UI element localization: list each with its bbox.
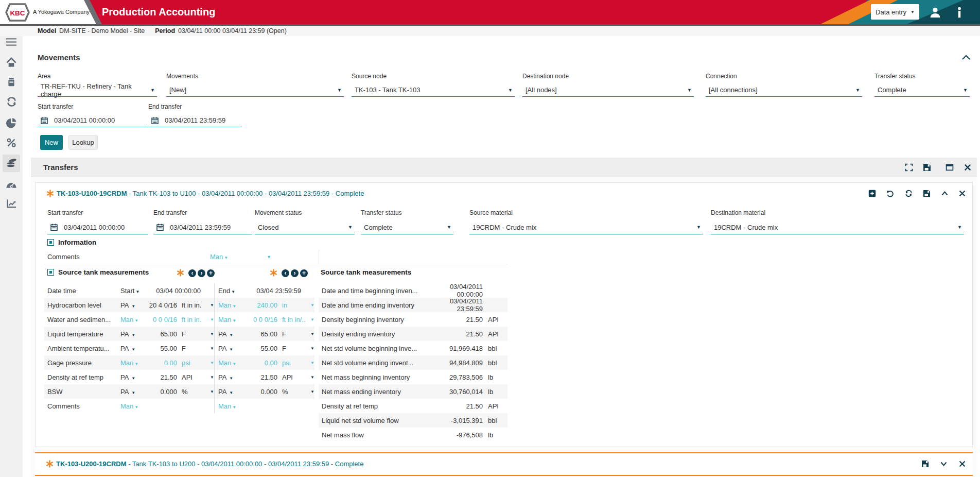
expand-record-icon[interactable] [940,460,948,468]
cell-value[interactable]: 0.00 [243,359,277,367]
dropdown-arrow-icon[interactable]: ▼ [267,254,271,260]
source-selector[interactable]: PA ▼ [218,330,243,338]
cell-value[interactable]: 0.00 [145,359,177,367]
source-selector[interactable]: Man▼ [120,359,145,367]
source-selector[interactable]: PA ▼ [120,345,145,352]
source-selector[interactable]: Man▼ [218,402,243,410]
cell-value[interactable]: 03/04 00:00:00 [145,287,201,295]
area-select[interactable]: TR-REF-TKU - Refinery - Tank charge ▼ [38,83,157,97]
source-selector[interactable]: PA ▼ [120,388,145,396]
close-icon[interactable] [964,163,972,172]
cell-value[interactable]: 20 4 0/16 [145,301,177,309]
add-icon[interactable] [868,190,876,197]
lookup-button[interactable]: Lookup [68,135,98,150]
undo-icon[interactable] [886,190,894,197]
destination-node-select[interactable]: [All nodes] ▼ [522,83,694,97]
sidebar-item-pie-chart[interactable] [3,114,20,131]
source-selector[interactable]: Man▼ [120,402,145,410]
sidebar-item-sync[interactable] [3,93,20,110]
source-selector[interactable]: PA ▼ [120,373,145,381]
calendar-icon[interactable] [151,117,159,124]
sidebar-item-home[interactable] [3,54,20,71]
destination-material-select[interactable]: 19CRDM - Crude mix ▼ [711,220,964,234]
sidebar-item-samples[interactable] [3,73,20,91]
unit-dropdown-icon[interactable]: ▼ [306,317,314,322]
unit-dropdown-icon[interactable]: ▼ [306,332,314,336]
collapse-measurements-toggle[interactable] [47,269,54,276]
movement-status-select[interactable]: Closed ▼ [255,220,355,234]
sidebar-item-trends[interactable] [3,195,20,212]
cell-value[interactable]: 0.000 [145,388,177,396]
prev-measurement-icon[interactable]: ‹ [188,269,196,277]
calendar-icon[interactable] [50,224,58,231]
cell-value[interactable]: 240.00 [243,301,277,309]
user-icon[interactable] [929,6,941,19]
cell-value[interactable]: 0.000 [243,388,277,396]
new-button[interactable]: New [40,135,63,150]
calendar-icon[interactable] [41,117,48,124]
movements-select[interactable]: [New] ▼ [166,83,344,97]
transfer-status-select[interactable]: Complete ▼ [874,83,970,97]
save-icon[interactable] [921,460,929,468]
connection-select[interactable]: [All connections] ▼ [706,83,862,97]
source-selector[interactable]: PA ▼ [218,345,243,352]
unit-dropdown-icon[interactable]: ▼ [206,332,214,336]
source-node-select[interactable]: TK-103 - Tank TK-103 ▼ [352,83,515,97]
refresh-icon[interactable] [905,190,913,197]
info-icon[interactable] [953,6,966,19]
source-selector[interactable]: PA ▼ [120,330,145,338]
cell-value[interactable]: 0 0 0/16 [145,316,177,323]
fullscreen-icon[interactable] [905,163,913,172]
source-selector[interactable]: Man▼ [218,316,243,323]
transfer-record-collapsed[interactable]: TK-103-U200-19CRDM - Tank TK-103 to U200… [35,452,973,476]
unit-dropdown-icon[interactable]: ▼ [206,317,214,322]
close-icon[interactable] [958,460,966,468]
unit-dropdown-icon[interactable]: ▼ [306,303,314,308]
cell-value[interactable]: 21.50 [243,373,277,381]
start-transfer-input[interactable]: 03/04/2011 00:00:00 [38,114,148,127]
record-start-transfer-input[interactable]: 03/04/2011 00:00:00 [47,220,148,234]
unit-dropdown-icon[interactable]: ▼ [206,346,214,351]
next-measurement-icon[interactable]: › [198,269,205,277]
sidebar-item-gauge[interactable] [3,175,20,193]
source-material-select[interactable]: 19CRDM - Crude mix ▼ [469,220,703,234]
menu-button[interactable] [3,33,20,51]
source-selector[interactable]: PA ▼ [120,301,145,309]
unit-dropdown-icon[interactable]: ▼ [206,361,214,365]
source-selector[interactable]: Start▼ [120,287,145,295]
source-selector[interactable]: Man▼ [120,316,145,323]
record-transfer-status-select[interactable]: Complete ▼ [361,220,453,234]
window-icon[interactable] [946,163,954,172]
cell-value[interactable]: 55.00 [243,345,277,352]
data-entry-dropdown[interactable]: Data entry ▼ [871,4,919,20]
sidebar-item-movements[interactable] [3,155,20,172]
unit-dropdown-icon[interactable]: ▼ [306,361,314,365]
source-selector[interactable]: Man▼ [218,359,243,367]
unit-dropdown-icon[interactable]: ▼ [206,375,214,380]
cell-value[interactable]: 03/04 23:59:59 [243,287,301,295]
collapse-movements-icon[interactable] [961,54,971,61]
cell-value[interactable]: 0 0 0/16 [243,316,277,323]
calendar-icon[interactable] [156,224,164,231]
next-measurement-icon[interactable]: › [291,269,299,277]
prev-measurement-icon[interactable]: ‹ [282,269,289,277]
cell-value[interactable]: 65.00 [243,330,277,338]
unit-dropdown-icon[interactable]: ▼ [306,375,314,380]
source-selector[interactable]: PA ▼ [218,373,243,381]
collapse-information-toggle[interactable] [47,239,54,246]
comments-source-select[interactable]: Man▼ [210,253,235,261]
save-icon[interactable] [923,190,931,197]
source-selector[interactable]: End▼ [218,287,243,295]
end-transfer-input[interactable]: 03/04/2011 23:59:59 [148,114,242,127]
sidebar-item-percent[interactable] [3,134,20,151]
close-icon[interactable] [958,190,966,197]
unit-dropdown-icon[interactable]: ▼ [306,389,314,394]
add-measurement-icon[interactable]: + [207,269,215,277]
collapse-record-icon[interactable] [941,190,949,197]
add-measurement-icon[interactable]: + [300,269,308,277]
save-icon[interactable] [923,163,931,172]
unit-dropdown-icon[interactable]: ▼ [206,389,214,394]
source-selector[interactable]: Man▼ [218,301,243,309]
source-selector[interactable]: PA ▼ [218,388,243,396]
cell-value[interactable]: 55.00 [145,345,177,352]
